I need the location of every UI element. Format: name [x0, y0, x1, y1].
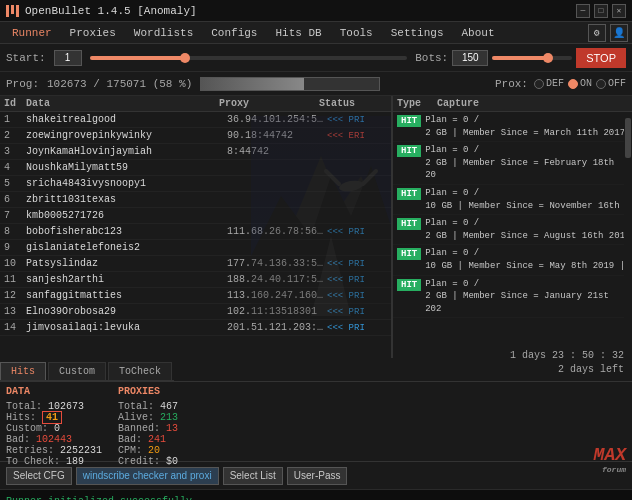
hit-row[interactable]: HIT Plan = 0 /2 GB | Member Since = Augu… — [393, 215, 632, 245]
profile-icon[interactable]: 👤 — [610, 24, 628, 42]
hit-row[interactable]: HIT Plan = 0 /2 GB | Member Since = Marc… — [393, 112, 632, 142]
countdown: 1 days 23 : 50 : 32 2 days left — [510, 349, 624, 379]
stat-label: To Check: — [6, 456, 60, 467]
user-pass-button[interactable]: User-Pass — [287, 467, 348, 485]
config-name-button[interactable]: windscribe checker and proxi — [76, 467, 219, 485]
table-row[interactable]: 2 zoewingrovepinkywinky 90.18:44742 <<< … — [0, 128, 391, 144]
window-controls[interactable]: ─ □ ✕ — [576, 4, 626, 18]
col-type: Type — [397, 98, 437, 109]
stat-proxy-row: Alive: 213 — [118, 412, 178, 423]
menu-configs[interactable]: Configs — [203, 25, 265, 41]
stat-label: Bad: — [6, 434, 30, 445]
table-row[interactable]: 8 bobofisherabc123 111.68.26.78:5678 <<<… — [0, 224, 391, 240]
radio-on[interactable]: ON — [568, 78, 592, 89]
stat-proxy-row: Banned: 13 — [118, 423, 178, 434]
progress-bar — [200, 77, 380, 91]
stat-data-row: To Check: 189 — [6, 456, 102, 467]
close-button[interactable]: ✕ — [612, 4, 626, 18]
stat-proxy-row: Bad: 241 — [118, 434, 178, 445]
radio-on-label: ON — [580, 78, 592, 89]
table-row[interactable]: 10 Patsyslindaz 177.74.136.33:5678 <<< P… — [0, 256, 391, 272]
col-status: Status — [319, 98, 379, 109]
countdown-line1: 1 days 23 : 50 : 32 — [510, 349, 624, 363]
start-slider-thumb[interactable] — [180, 53, 190, 63]
cell-proxy: 188.24.40.117:5678 — [227, 274, 327, 285]
app-title: OpenBullet 1.4.5 [Anomaly] — [25, 5, 576, 17]
table-header: Id Data Proxy Status — [0, 96, 391, 112]
bots-slider-fill — [492, 56, 548, 60]
prox-radio-group: DEF ON OFF — [534, 78, 626, 89]
radio-off-circle — [596, 79, 606, 89]
radio-off[interactable]: OFF — [596, 78, 626, 89]
cell-data: sanjesh2arthi — [26, 274, 227, 285]
table-row[interactable]: 9 gislaniatelefoneis2 — [0, 240, 391, 256]
select-list-button[interactable]: Select List — [223, 467, 283, 485]
table-row[interactable]: 4 NoushkaMilymatt59 — [0, 160, 391, 176]
hits-scroll-thumb[interactable] — [625, 118, 631, 158]
radio-def[interactable]: DEF — [534, 78, 564, 89]
cell-data: NoushkaMilymatt59 — [26, 162, 227, 173]
table-row[interactable]: 12 sanfaggitmatties 113.160.247.160:4145… — [0, 288, 391, 304]
menu-hitsdb[interactable]: Hits DB — [267, 25, 329, 41]
menu-tools[interactable]: Tools — [332, 25, 381, 41]
stop-button[interactable]: STOP — [576, 48, 626, 68]
titlebar: OpenBullet 1.4.5 [Anomaly] ─ □ ✕ — [0, 0, 632, 22]
hit-row[interactable]: HIT Plan = 0 /10 GB | Member Since = May… — [393, 245, 632, 275]
maximize-button[interactable]: □ — [594, 4, 608, 18]
cell-id: 14 — [4, 322, 26, 333]
cell-data: sanfaggitmatties — [26, 290, 227, 301]
cell-status: <<< PRI — [327, 275, 387, 285]
minimize-button[interactable]: ─ — [576, 4, 590, 18]
hit-row[interactable]: HIT Plan = 0 /2 GB | Member Since = Janu… — [393, 276, 632, 319]
tab-hits[interactable]: Hits — [0, 362, 46, 380]
table-row[interactable]: 13 Elno39Orobosa29 102.11:13518301 <<< P… — [0, 304, 391, 320]
settings-icon[interactable]: ⚙ — [588, 24, 606, 42]
menu-proxies[interactable]: Proxies — [62, 25, 124, 41]
stat-label: Retries: — [6, 445, 54, 456]
table-row[interactable]: 11 sanjesh2arthi 188.24.40.117:5678 <<< … — [0, 272, 391, 288]
table-row[interactable]: 14 jimvosailaqi:levuka 201.51.121.203:41… — [0, 320, 391, 336]
bottom-bar: Select CFG windscribe checker and proxi … — [0, 462, 632, 490]
start-input[interactable] — [54, 50, 82, 66]
menu-settings[interactable]: Settings — [383, 25, 452, 41]
menu-about[interactable]: About — [454, 25, 503, 41]
hit-capture: Plan = 0 /2 GB | Member Since = February… — [425, 144, 628, 182]
stat-data-row: Hits: 41 — [6, 412, 102, 423]
hits-scrollbar[interactable] — [624, 116, 632, 358]
table-row[interactable]: 3 JoynKamaHlovinjaymiah 8:44742 — [0, 144, 391, 160]
hit-capture: Plan = 0 /10 GB | Member Since = May 8th… — [425, 247, 625, 272]
stat-label: CPM: — [118, 445, 142, 456]
cell-data: JoynKamaHlovinjaymiah — [26, 146, 227, 157]
cell-status: <<< PRI — [327, 291, 387, 301]
stat-label: Bad: — [118, 434, 142, 445]
scroll-spacer — [379, 98, 387, 109]
prog-label: Prog: — [6, 78, 39, 90]
start-slider[interactable] — [90, 56, 408, 60]
table-row[interactable]: 5 sricha4843ivysnoopy1 — [0, 176, 391, 192]
hit-capture: Plan = 0 /2 GB | Member Since = January … — [425, 278, 628, 316]
bots-input[interactable] — [452, 50, 488, 66]
hits-panel: Type Capture HIT Plan = 0 /2 GB | Member… — [392, 96, 632, 358]
hits-list[interactable]: HIT Plan = 0 /2 GB | Member Since = Marc… — [393, 112, 632, 358]
data-stats-rows: Total: 102673Hits: 41Custom: 0Bad: 10244… — [6, 401, 102, 467]
menu-runner[interactable]: Runner — [4, 25, 60, 41]
table-body[interactable]: 1 shakeitrealgood 36.94.101.254:5678 <<<… — [0, 112, 391, 358]
select-cfg-button[interactable]: Select CFG — [6, 467, 72, 485]
table-row[interactable]: 7 kmb0005271726 — [0, 208, 391, 224]
watermark: MAX forum — [588, 445, 632, 474]
table-row[interactable]: 6 zbritt1031texas — [0, 192, 391, 208]
cell-status: <<< PRI — [327, 307, 387, 317]
hit-row[interactable]: HIT Plan = 0 /10 GB | Member Since = Nov… — [393, 185, 632, 215]
tab-custom[interactable]: Custom — [48, 362, 106, 380]
bots-slider[interactable] — [492, 56, 572, 60]
proxy-stats-col: PROXIES Total: 467Alive: 213Banned: 13Ba… — [118, 386, 178, 457]
radio-on-circle — [568, 79, 578, 89]
hit-row[interactable]: HIT Plan = 0 /2 GB | Member Since = Febr… — [393, 142, 632, 185]
cell-id: 6 — [4, 194, 26, 205]
stat-label: Hits: — [6, 412, 36, 423]
table-row[interactable]: 1 shakeitrealgood 36.94.101.254:5678 <<<… — [0, 112, 391, 128]
bots-slider-thumb[interactable] — [543, 53, 553, 63]
menu-wordlists[interactable]: Wordlists — [126, 25, 201, 41]
tab-tocheck[interactable]: ToCheck — [108, 362, 172, 380]
watermark-sub: forum — [594, 465, 626, 474]
